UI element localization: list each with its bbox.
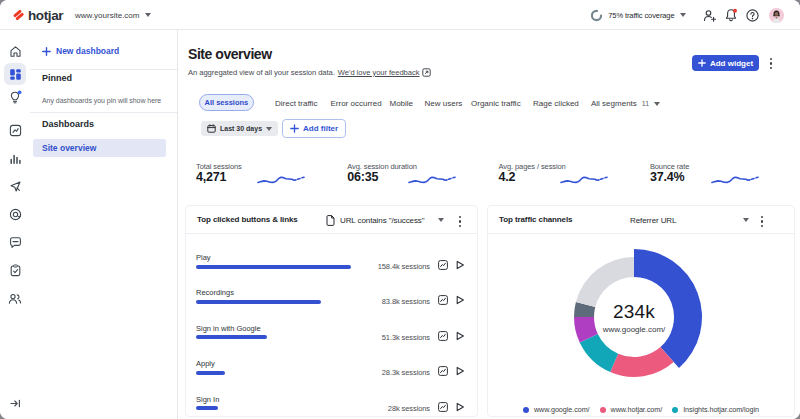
site-selector[interactable]: www.yoursite.com — [75, 0, 151, 30]
add-widget-button[interactable]: Add widget — [692, 55, 759, 71]
widget-header: Top clicked buttons & links URL contains… — [186, 206, 477, 234]
tab-direct-traffic[interactable]: Direct traffic — [275, 95, 318, 112]
metric-total-sessions: Total sessions 4,271 — [196, 161, 346, 195]
widget-filter-dropdown[interactable]: URL contains "/success" — [326, 206, 444, 234]
sidebar-panel: New dashboard Pinned Any dashboards you … — [30, 30, 178, 419]
calendar-icon — [207, 124, 216, 133]
help-button[interactable] — [742, 5, 763, 26]
home-icon — [9, 45, 22, 58]
widget-kebab-menu[interactable] — [760, 215, 764, 228]
divider — [30, 112, 177, 113]
widget-filter-dropdown[interactable]: Referrer URL — [630, 206, 749, 234]
metric-value: 4.2 — [499, 170, 516, 184]
new-dashboard-button[interactable]: New dashboard — [42, 42, 119, 60]
play-recordings-icon[interactable] — [455, 331, 465, 341]
divider — [30, 69, 177, 70]
play-recordings-icon[interactable] — [455, 366, 465, 376]
trends-bar-chart-icon — [9, 152, 22, 165]
legend-item[interactable]: www.hotjar.com/ — [600, 405, 663, 414]
chart-legend: www.google.com/ www.hotjar.com/ Insights… — [488, 405, 794, 414]
view-trend-icon[interactable] — [438, 260, 448, 270]
all-segments-menu[interactable]: All segments 11 — [591, 95, 660, 112]
widget-filter-label: Referrer URL — [630, 216, 676, 225]
widget-top-clicked: Top clicked buttons & links URL contains… — [185, 205, 478, 417]
view-trend-icon[interactable] — [438, 295, 448, 305]
metric-avg-pages-session: Avg. pages / session 4.2 — [499, 161, 649, 195]
rail-dashboards-button[interactable] — [4, 63, 26, 85]
bar-row-recordings: Recordings 83.8k sessions — [196, 287, 467, 311]
tab-new-users[interactable]: New users — [425, 95, 463, 112]
view-trend-icon[interactable] — [438, 331, 448, 341]
rail-highlights-button[interactable] — [4, 86, 26, 108]
add-widget-label: Add widget — [710, 59, 753, 68]
hotjar-logo[interactable]: hotjar — [12, 4, 63, 26]
legend-dot — [600, 407, 606, 413]
page-kebab-menu[interactable] — [768, 56, 774, 71]
icon-rail — [0, 30, 30, 419]
top-bar: hotjar www.yoursite.com 75% traffic cove… — [0, 0, 800, 30]
invite-user-button[interactable] — [700, 5, 721, 26]
metric-value: 06:35 — [347, 170, 378, 184]
legend-item[interactable]: www.google.com/ — [523, 405, 590, 414]
feedback-link[interactable]: We'd love your feedback — [338, 68, 420, 77]
play-recordings-icon[interactable] — [455, 260, 465, 270]
rail-trends-button[interactable] — [4, 148, 26, 170]
sidebar-item-site-overview[interactable]: Site overview — [33, 139, 166, 157]
view-trend-icon[interactable] — [438, 366, 448, 376]
legend-label: www.google.com/ — [534, 405, 590, 414]
avatar[interactable] — [769, 8, 784, 23]
bar-value: 28.3k sessions — [382, 368, 430, 377]
view-trend-icon[interactable] — [438, 402, 448, 412]
notifications-button[interactable] — [721, 5, 742, 26]
date-range-label: Last 30 days — [220, 125, 262, 132]
tab-mobile[interactable]: Mobile — [390, 95, 414, 112]
add-filter-button[interactable]: Add filter — [282, 119, 346, 138]
dashboards-heading: Dashboards — [42, 119, 94, 129]
bar-label: Play — [196, 253, 211, 262]
bar-label: Apply — [196, 359, 215, 368]
rail-feedback-button[interactable] — [4, 232, 26, 254]
date-range-picker[interactable]: Last 30 days — [201, 121, 278, 136]
tab-organic-traffic[interactable]: Organic traffic — [471, 95, 521, 112]
bar-label: Sign in with Google — [196, 324, 261, 333]
tab-rage-clicked[interactable]: Rage clicked — [533, 95, 579, 112]
bar — [196, 265, 351, 269]
widget-kebab-menu[interactable] — [458, 215, 462, 228]
play-recordings-icon[interactable] — [455, 402, 465, 412]
rail-home-button[interactable] — [4, 41, 26, 63]
funnels-icon — [9, 180, 22, 193]
bar — [196, 335, 267, 339]
legend-item[interactable]: Insights.hotjar.com/login — [672, 405, 759, 414]
bar-row-sign-in: Sign In 28k sessions — [196, 394, 467, 418]
rail-recordings-button[interactable] — [4, 120, 26, 142]
heatmaps-icon — [9, 208, 22, 221]
bar-label: Sign In — [196, 395, 219, 404]
rail-funnels-button[interactable] — [4, 176, 26, 198]
all-segments-label: All segments — [591, 99, 637, 108]
rail-surveys-button[interactable] — [4, 260, 26, 282]
donut-segment[interactable] — [634, 249, 702, 368]
legend-label: Insights.hotjar.com/login — [683, 405, 759, 414]
donut-segment[interactable] — [610, 347, 674, 377]
metric-value: 37.4% — [650, 170, 684, 184]
play-recordings-icon[interactable] — [455, 295, 465, 305]
traffic-coverage-menu[interactable]: 75% traffic coverage — [590, 9, 685, 22]
rail-collapse-button[interactable] — [4, 392, 26, 414]
tab-error-occurred[interactable]: Error occurred — [331, 95, 382, 112]
rail-interviews-button[interactable] — [4, 288, 26, 310]
bar-value: 28k sessions — [388, 404, 430, 413]
rail-heatmaps-button[interactable] — [4, 204, 26, 226]
plus-icon — [290, 124, 299, 133]
tab-all-sessions[interactable]: All sessions — [199, 94, 254, 111]
legend-dot — [523, 407, 529, 413]
pinned-hint: Any dashboards you pin will show here — [42, 97, 161, 104]
bar-row-apply: Apply 28.3k sessions — [196, 358, 467, 382]
page-icon — [326, 215, 335, 226]
legend-label: www.hotjar.com/ — [611, 405, 663, 414]
page-subtitle: An aggregated view of all your session d… — [188, 68, 431, 77]
bar — [196, 300, 321, 304]
metric-bounce-rate: Bounce rate 37.4% — [650, 161, 800, 195]
donut-segment[interactable] — [576, 257, 634, 307]
highlights-bulb-icon — [8, 90, 22, 104]
chevron-down-icon — [145, 13, 151, 17]
